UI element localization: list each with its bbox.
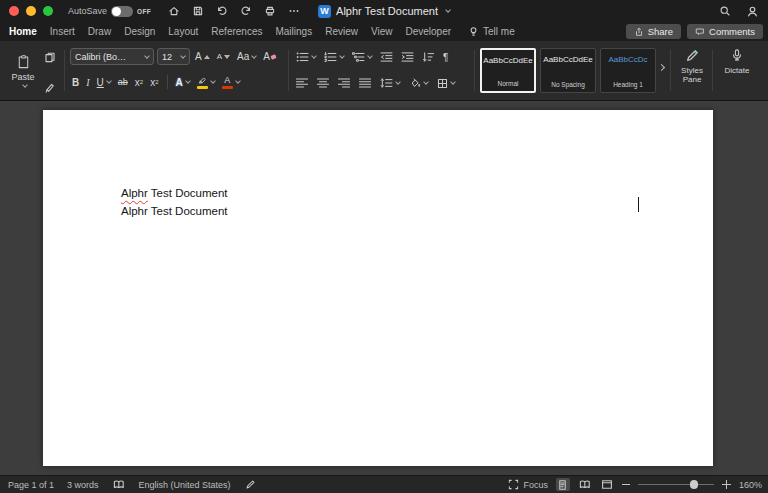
ribbon-tabs: Home Insert Draw Design Layout Reference… <box>0 26 515 37</box>
italic-button[interactable]: I <box>84 74 91 90</box>
undo-icon[interactable] <box>215 4 229 18</box>
autosave-control[interactable]: AutoSave OFF <box>68 6 151 17</box>
shrink-font-button[interactable]: A <box>215 49 232 65</box>
tab-draw[interactable]: Draw <box>88 26 111 37</box>
paste-button[interactable]: Paste <box>8 46 38 96</box>
justify-button[interactable] <box>357 75 373 91</box>
line-spacing-button[interactable] <box>378 75 402 91</box>
clipboard-icon <box>16 54 31 70</box>
tab-mailings[interactable]: Mailings <box>275 26 312 37</box>
toolbar-overflow-icon[interactable] <box>287 4 301 18</box>
format-painter-icon[interactable] <box>44 79 56 97</box>
group-divider <box>712 50 713 91</box>
justify-icon <box>359 78 371 88</box>
print-icon[interactable] <box>263 4 277 18</box>
increase-indent-icon <box>401 52 414 62</box>
redo-icon[interactable] <box>239 4 253 18</box>
sort-button[interactable] <box>420 49 437 65</box>
font-color-button[interactable]: A <box>220 74 242 90</box>
multilevel-list-button[interactable] <box>350 49 374 65</box>
web-layout-view-button[interactable] <box>600 478 614 491</box>
tab-view[interactable]: View <box>371 26 393 37</box>
align-left-icon <box>296 78 308 88</box>
subscript-button[interactable]: x2 <box>133 74 145 90</box>
shading-button[interactable] <box>407 75 430 91</box>
text-line-2[interactable]: Alphr Test Document <box>121 203 228 221</box>
account-avatar-icon[interactable] <box>745 4 759 18</box>
track-changes-icon[interactable] <box>244 478 258 491</box>
word-count[interactable]: 3 words <box>67 480 99 490</box>
zoom-out-button[interactable] <box>622 484 630 485</box>
numbered-list-button[interactable] <box>322 49 346 65</box>
styles-pane-button[interactable]: Styles Pane <box>674 48 710 84</box>
borders-button[interactable] <box>435 75 457 91</box>
zoom-level[interactable]: 160% <box>739 480 762 490</box>
read-mode-view-button[interactable] <box>578 478 592 491</box>
strikethrough-button[interactable]: ab <box>116 74 130 90</box>
share-label: Share <box>648 26 673 37</box>
word-app-icon: W <box>318 5 331 18</box>
styles-pane-icon <box>685 48 700 63</box>
increase-indent-button[interactable] <box>399 49 416 65</box>
align-right-button[interactable] <box>336 75 352 91</box>
font-size-select[interactable]: 12 <box>157 48 190 65</box>
font-name-select[interactable]: Calibri (Bo… <box>70 48 154 65</box>
style-card-no-spacing[interactable]: AaBbCcDdEe No Spacing <box>540 48 596 93</box>
language-indicator[interactable]: English (United States) <box>139 480 231 490</box>
document-text[interactable]: Alphr Test Document Alphr Test Document <box>121 185 228 220</box>
text-line-1[interactable]: Alphr Test Document <box>121 185 228 203</box>
focus-mode-button[interactable]: Focus <box>508 479 548 490</box>
comments-button[interactable]: Comments <box>687 24 763 39</box>
tab-references[interactable]: References <box>211 26 262 37</box>
text-effects-button[interactable]: A <box>174 74 192 90</box>
underline-button[interactable]: U <box>95 74 113 90</box>
chevron-down-icon <box>106 78 112 84</box>
minimize-window-button[interactable] <box>26 6 36 16</box>
document-title[interactable]: Alphr Test Document <box>336 5 438 17</box>
save-icon[interactable] <box>191 4 205 18</box>
share-button[interactable]: Share <box>626 24 681 39</box>
search-icon[interactable] <box>718 4 732 18</box>
zoom-slider-thumb[interactable] <box>690 480 699 489</box>
tell-me-button[interactable]: Tell me <box>468 26 515 37</box>
copy-icon[interactable] <box>44 50 56 68</box>
align-left-button[interactable] <box>294 75 310 91</box>
tab-home[interactable]: Home <box>9 26 37 37</box>
fullscreen-window-button[interactable] <box>43 6 53 16</box>
close-window-button[interactable] <box>9 6 19 16</box>
change-case-button[interactable]: Aa <box>235 49 258 65</box>
comment-icon <box>695 27 705 37</box>
print-layout-view-button[interactable] <box>556 478 570 491</box>
decrease-indent-button[interactable] <box>378 49 395 65</box>
dictate-button[interactable]: Dictate <box>716 48 758 75</box>
tab-insert[interactable]: Insert <box>50 26 75 37</box>
tab-developer[interactable]: Developer <box>405 26 451 37</box>
title-dropdown-icon[interactable] <box>445 7 451 13</box>
autosave-toggle[interactable] <box>111 6 133 17</box>
proofing-status-icon[interactable] <box>112 478 126 491</box>
align-center-button[interactable] <box>315 75 331 91</box>
bold-button[interactable]: B <box>70 74 81 90</box>
text-line-1-rest[interactable]: Test Document <box>148 187 228 199</box>
grow-font-button[interactable]: A <box>193 49 212 65</box>
font-name-value: Calibri (Bo… <box>75 52 126 62</box>
page-indicator[interactable]: Page 1 of 1 <box>8 480 54 490</box>
show-formatting-marks-button[interactable]: ¶ <box>441 49 450 65</box>
highlight-color-button[interactable] <box>195 74 217 90</box>
bullet-list-button[interactable] <box>294 49 318 65</box>
zoom-slider[interactable] <box>638 480 714 490</box>
tab-review[interactable]: Review <box>325 26 358 37</box>
document-page[interactable]: Alphr Test Document Alphr Test Document <box>43 110 713 466</box>
paste-dropdown-icon[interactable] <box>22 82 28 88</box>
misspelled-word[interactable]: Alphr <box>121 187 148 199</box>
style-card-normal[interactable]: AaBbCcDdEe Normal <box>480 48 536 93</box>
style-card-heading-1[interactable]: AaBbCcDc Heading 1 <box>600 48 656 93</box>
clear-formatting-button[interactable]: A <box>261 49 278 65</box>
paragraph-group: ¶ <box>294 41 470 101</box>
superscript-button[interactable]: x2 <box>148 74 160 90</box>
home-icon[interactable] <box>167 4 181 18</box>
zoom-in-button[interactable] <box>722 480 731 489</box>
styles-gallery-expand-button[interactable] <box>656 65 666 70</box>
tab-design[interactable]: Design <box>124 26 155 37</box>
tab-layout[interactable]: Layout <box>168 26 198 37</box>
